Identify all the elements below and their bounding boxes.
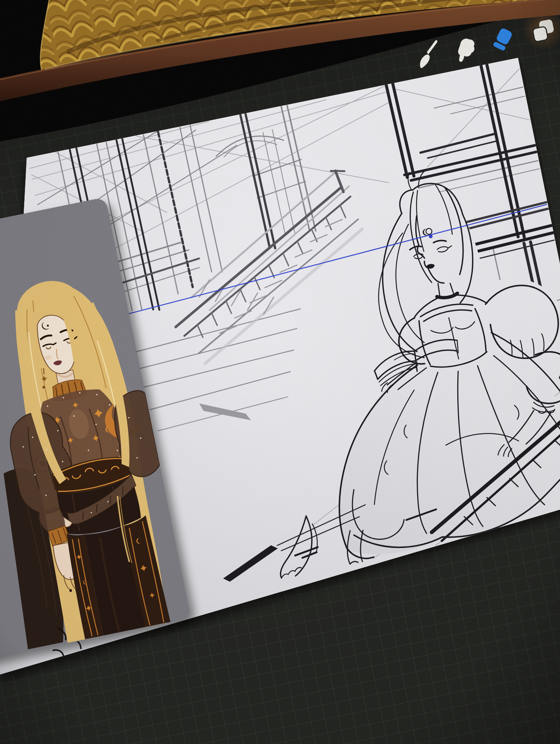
scene-svg: [0, 0, 560, 744]
film-grain: [0, 0, 560, 744]
photo-scene: [0, 0, 560, 744]
